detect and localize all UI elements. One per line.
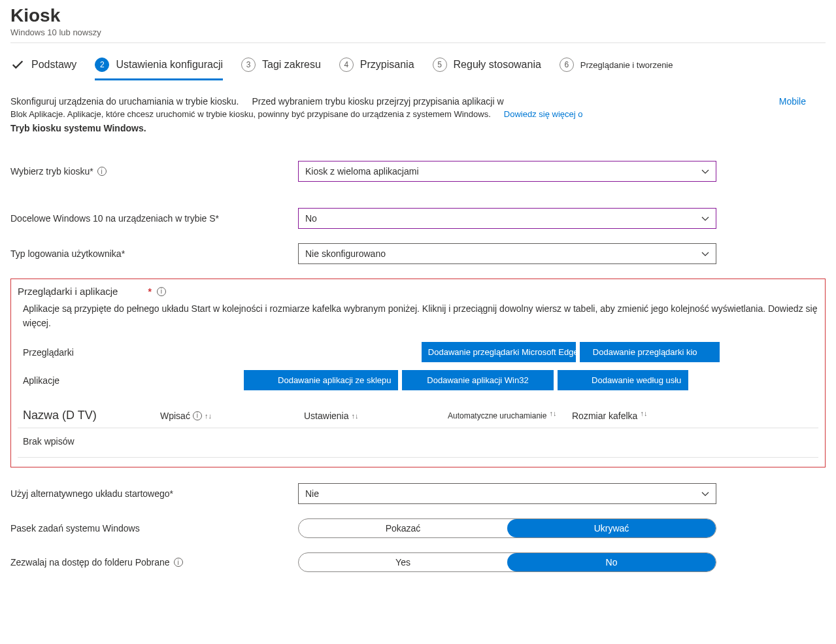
col-label: Nazwa (D TV)	[23, 409, 97, 422]
row-alt-layout: Użyj alternatywnego układu startowego* N…	[10, 483, 826, 504]
target-label: Docelowe Windows 10 na urządzeniach w tr…	[10, 213, 219, 224]
browsers-buttons-row: Przeglądarki Dodawanie przeglądarki Micr…	[18, 342, 818, 362]
tab-label: Reguły stosowania	[454, 59, 541, 71]
info-icon[interactable]: i	[157, 287, 166, 296]
col-type[interactable]: Wpisać i ↑↓	[160, 411, 304, 421]
chevron-down-icon	[701, 490, 709, 498]
step-number: 6	[560, 58, 574, 72]
apps-label: Aplikacje	[23, 375, 59, 386]
logon-select[interactable]: Nie skonfigurowano	[298, 243, 716, 264]
intro-line-2: Blok Aplikacje. Aplikacje, które chcesz …	[10, 109, 826, 119]
info-icon: i	[193, 411, 202, 420]
row-kiosk-mode: Wybierz tryb kiosku* i Kiosk z wieloma a…	[10, 161, 826, 182]
kiosk-mode-label: Wybierz tryb kiosku*	[10, 166, 93, 177]
select-value: No	[305, 213, 317, 224]
apps-table-header: Nazwa (D TV) Wpisać i ↑↓ Ustawienia ↑↓ A…	[18, 403, 818, 428]
col-autolaunch[interactable]: Automatyczne uruchamianie ↑↓	[448, 411, 572, 420]
add-win32-app-button[interactable]: Dodawanie aplikacji Win32	[402, 370, 554, 390]
col-label: Ustawienia	[304, 411, 348, 421]
info-icon[interactable]: i	[174, 558, 183, 567]
tab-basics[interactable]: Podstawy	[10, 55, 76, 80]
step-number: 2	[95, 58, 109, 72]
tab-label: Ustawienia konfiguracji	[116, 59, 223, 71]
mobile-link[interactable]: Mobile	[779, 96, 806, 107]
step-number: 5	[433, 58, 447, 72]
col-label: Rozmiar kafelka	[572, 411, 637, 421]
section-description: Aplikacje są przypięte do pełnego układu…	[18, 302, 818, 330]
row-target-windows: Docelowe Windows 10 na urządzeniach w tr…	[10, 208, 826, 229]
sort-icon: ↑↓	[640, 409, 647, 417]
required-star: *	[148, 286, 151, 297]
wizard-tabs: Podstawy 2 Ustawienia konfiguracji 3 Tag…	[10, 55, 826, 80]
logon-label: Typ logowania użytkownika*	[10, 248, 125, 259]
col-name[interactable]: Nazwa (D TV)	[23, 409, 160, 422]
sort-icon: ↑↓	[351, 412, 358, 420]
browsers-label: Przeglądarki	[23, 347, 74, 358]
downloads-yes-option[interactable]: Yes	[299, 553, 507, 571]
learn-more-link[interactable]: Dowiedz się więcej o	[504, 109, 583, 119]
sort-icon: ↑↓	[549, 409, 556, 417]
step-number: 3	[241, 58, 256, 72]
downloads-label: Zezwalaj na dostęp do folderu Pobrane	[10, 557, 170, 568]
add-edge-button[interactable]: Dodawanie przeglądarki Microsoft Edge	[422, 342, 576, 362]
table-empty-row: Brak wpisów	[18, 428, 818, 458]
select-value: Nie skonfigurowano	[305, 248, 386, 259]
add-store-app-button[interactable]: Dodawanie aplikacji ze sklepu	[244, 370, 398, 390]
browsers-apps-section: Przeglądarki i aplikacje * i Aplikacje s…	[10, 279, 826, 467]
alt-layout-select[interactable]: Nie	[298, 483, 716, 504]
col-label: Automatyczne uruchamianie	[448, 411, 546, 420]
page-header: Kiosk Windows 10 lub nowszy	[10, 5, 826, 43]
checkmark-icon	[10, 58, 25, 72]
tab-assignments[interactable]: 4 Przypisania	[339, 55, 414, 80]
alt-layout-label: Użyj alternatywnego układu startowego*	[10, 488, 173, 499]
intro-line-1: Skonfiguruj urządzenia do uruchamiania w…	[10, 96, 826, 107]
downloads-no-option[interactable]: No	[507, 553, 716, 571]
tab-label: Tagi zakresu	[262, 59, 321, 71]
col-settings[interactable]: Ustawienia ↑↓	[304, 411, 448, 421]
tab-review-create[interactable]: 6 Przeglądanie i tworzenie	[560, 55, 673, 80]
info-icon[interactable]: i	[97, 167, 107, 176]
intro-bold: Tryb kiosku systemu Windows.	[10, 123, 826, 133]
col-label: Wpisać	[160, 411, 190, 421]
col-tile-size[interactable]: Rozmiar kafelka ↑↓	[572, 411, 677, 421]
target-select[interactable]: No	[298, 208, 716, 229]
tab-scope-tags[interactable]: 3 Tagi zakresu	[241, 55, 321, 80]
sort-icon: ↑↓	[205, 412, 212, 420]
tab-label: Przeglądanie i tworzenie	[580, 60, 673, 70]
downloads-toggle: Yes No	[298, 552, 716, 572]
page-title: Kiosk	[10, 5, 826, 26]
chevron-down-icon	[701, 167, 709, 175]
kiosk-mode-select[interactable]: Kiosk z wieloma aplikacjami	[298, 161, 716, 182]
page-subtitle: Windows 10 lub nowszy	[10, 27, 826, 37]
apps-buttons-row: Aplikacje Dodawanie aplikacji ze sklepu …	[18, 370, 818, 390]
add-kiosk-browser-button[interactable]: Dodawanie przeglądarki kio	[580, 342, 720, 362]
tab-label: Przypisania	[360, 59, 414, 71]
chevron-down-icon	[701, 250, 709, 258]
select-value: Kiosk z wieloma aplikacjami	[305, 166, 419, 177]
select-value: Nie	[305, 488, 319, 499]
tab-config-settings[interactable]: 2 Ustawienia konfiguracji	[95, 55, 223, 80]
row-downloads: Zezwalaj na dostęp do folderu Pobrane i …	[10, 552, 826, 572]
taskbar-show-option[interactable]: Pokazać	[299, 519, 507, 537]
taskbar-toggle: Pokazać Ukrywać	[298, 518, 716, 538]
tab-applicability-rules[interactable]: 5 Reguły stosowania	[433, 55, 541, 80]
intro-text: Skonfiguruj urządzenia do uruchamiania w…	[10, 96, 239, 107]
taskbar-label: Pasek zadań systemu Windows	[10, 523, 140, 534]
add-by-aumid-button[interactable]: Dodawanie według usłu	[558, 370, 688, 390]
tab-label: Podstawy	[31, 59, 76, 71]
chevron-down-icon	[701, 214, 709, 222]
row-taskbar: Pasek zadań systemu Windows Pokazać Ukry…	[10, 518, 826, 538]
row-logon-type: Typ logowania użytkownika* Nie skonfigur…	[10, 243, 826, 264]
intro-text: Blok Aplikacje. Aplikacje, które chcesz …	[10, 109, 491, 119]
intro-text: Przed wybraniem trybu kiosku przejrzyj p…	[252, 96, 503, 107]
section-title: Przeglądarki i aplikacje	[18, 286, 118, 297]
taskbar-hide-option[interactable]: Ukrywać	[507, 519, 716, 537]
step-number: 4	[339, 58, 354, 72]
